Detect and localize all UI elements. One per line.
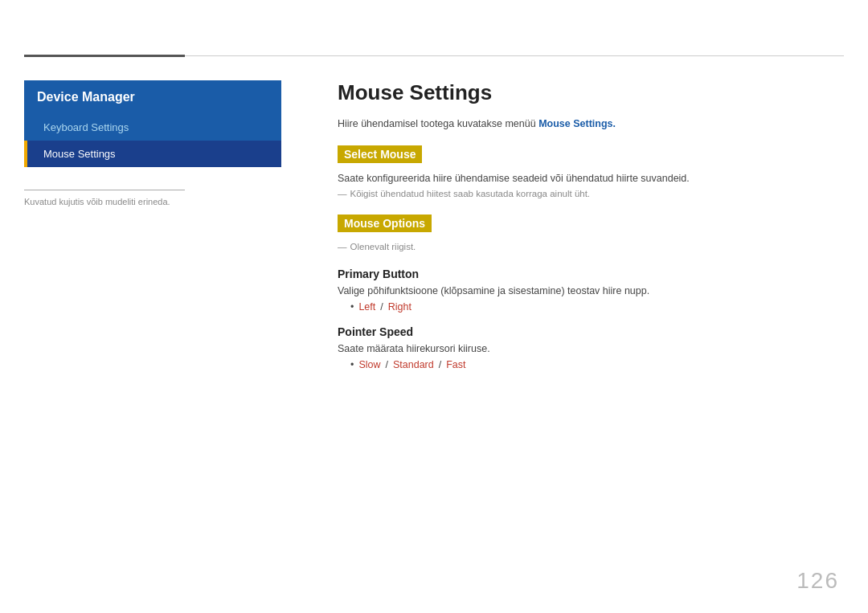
primary-button-option: Left / Right <box>350 301 836 313</box>
main-content: Mouse Settings Hiire ühendamisel tootega… <box>338 80 836 383</box>
option-sep3: / <box>439 359 441 370</box>
primary-button-options: Left / Right <box>338 301 836 313</box>
sidebar-item-keyboard[interactable]: Keyboard Settings <box>24 114 281 141</box>
primary-button-section: Primary Button Valige põhifunktsioone (k… <box>338 268 836 313</box>
top-lines <box>24 55 844 57</box>
sidebar: Device Manager Keyboard Settings Mouse S… <box>24 80 281 206</box>
option-sep2: / <box>385 359 387 370</box>
page-title: Mouse Settings <box>338 80 836 105</box>
intro-highlight: Mouse Settings. <box>538 118 616 129</box>
option-slow: Slow <box>358 359 380 370</box>
select-mouse-desc: Saate konfigureerida hiire ühendamise se… <box>338 173 836 184</box>
sidebar-title: Device Manager <box>24 80 281 114</box>
intro-text: Hiire ühendamisel tootega kuvatakse menü… <box>338 118 836 129</box>
intro-text-before: Hiire ühendamisel tootega kuvatakse menü… <box>338 118 538 129</box>
mouse-options-header: Mouse Options <box>338 215 432 232</box>
sidebar-item-mouse[interactable]: Mouse Settings <box>24 141 281 167</box>
pointer-speed-desc: Saate määrata hiirekursori kiiruse. <box>338 343 836 354</box>
select-mouse-header: Select Mouse <box>338 145 422 163</box>
option-left: Left <box>358 301 375 313</box>
primary-button-title: Primary Button <box>338 268 836 280</box>
pointer-speed-title: Pointer Speed <box>338 325 836 338</box>
top-line-light <box>185 55 844 56</box>
option-right: Right <box>388 301 411 313</box>
select-mouse-note: Kõigist ühendatud hiitest saab kasutada … <box>338 189 836 198</box>
mouse-options-note: Olenevalt riigist. <box>338 242 836 251</box>
option-standard: Standard <box>393 359 434 370</box>
sidebar-note: Kuvatud kujutis võib mudeliti erineda. <box>24 197 281 206</box>
pointer-speed-section: Pointer Speed Saate määrata hiirekursori… <box>338 325 836 370</box>
page-number: 126 <box>796 568 839 594</box>
sidebar-divider <box>24 190 185 190</box>
primary-button-desc: Valige põhifunktsioone (klõpsamine ja si… <box>338 285 836 296</box>
pointer-speed-options: Slow / Standard / Fast <box>338 359 836 370</box>
pointer-speed-option: Slow / Standard / Fast <box>350 359 836 370</box>
option-sep1: / <box>380 301 383 313</box>
top-line-dark <box>24 55 185 57</box>
option-fast: Fast <box>446 359 465 370</box>
